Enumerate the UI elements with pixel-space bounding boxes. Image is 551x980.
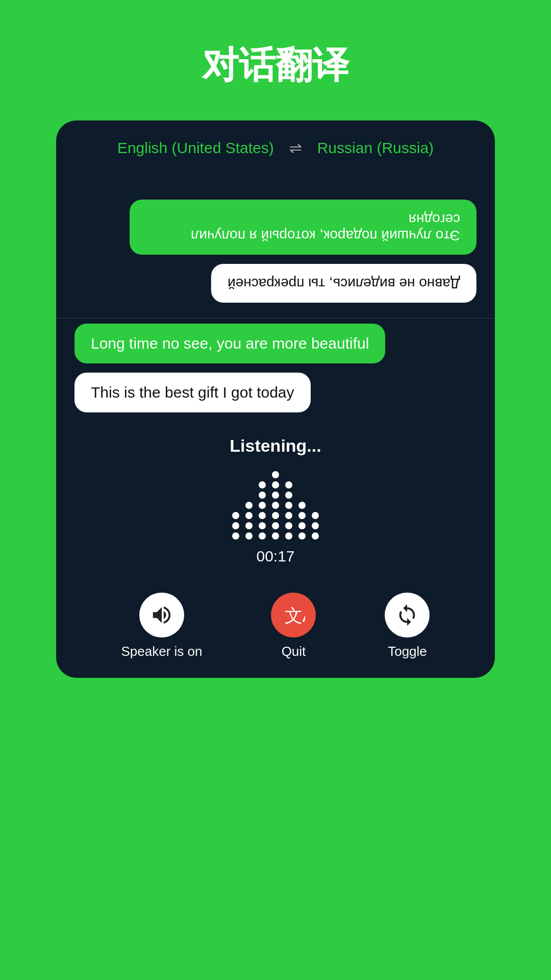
toggle-icon <box>395 603 419 627</box>
speaker-control[interactable]: Speaker is on <box>121 593 203 659</box>
quit-button[interactable]: 文A <box>271 593 316 638</box>
speaker-button[interactable] <box>139 593 184 638</box>
wave-col-2 <box>245 502 253 540</box>
translate-icon: 文A <box>282 603 305 627</box>
message-green: Long time no see, you are more beautiful <box>74 324 385 363</box>
listening-section: Listening... <box>56 426 495 582</box>
message-flipped-white: Давно не виделись, ты прекрасней <box>211 264 477 303</box>
waveform <box>56 468 495 540</box>
toggle-button[interactable] <box>385 593 430 638</box>
bottom-controls: Speaker is on 文A Quit Toggle <box>56 582 495 678</box>
wave-col-5 <box>285 481 292 540</box>
svg-text:文A: 文A <box>285 606 305 625</box>
speaker-label: Speaker is on <box>121 644 203 659</box>
wave-col-1 <box>232 512 239 540</box>
message-flipped-green: Это лучший подарок, который я получил се… <box>130 200 477 255</box>
wave-col-3 <box>259 481 266 540</box>
swap-icon[interactable]: ⇌ <box>289 139 302 157</box>
timer: 00:17 <box>256 548 294 565</box>
quit-label: Quit <box>282 644 306 659</box>
toggle-label: Toggle <box>388 644 427 659</box>
chat-area-top: Это лучший подарок, который я получил се… <box>56 200 495 313</box>
wave-col-6 <box>298 502 306 540</box>
message-white: This is the best gift I got today <box>74 373 311 412</box>
quit-control[interactable]: 文A Quit <box>271 593 316 659</box>
divider <box>56 318 495 318</box>
source-language[interactable]: English (United States) <box>117 139 274 157</box>
speaker-icon <box>150 603 173 627</box>
wave-col-7 <box>312 512 319 540</box>
chat-area-bottom: Long time no see, you are more beautiful… <box>56 324 495 426</box>
wave-col-4 <box>272 471 279 540</box>
language-bar: English (United States) ⇌ Russian (Russi… <box>56 120 495 169</box>
listening-label: Listening... <box>230 436 321 456</box>
app-title: 对话翻译 <box>202 41 349 90</box>
main-card: English (United States) ⇌ Russian (Russi… <box>56 120 495 678</box>
toggle-control[interactable]: Toggle <box>385 593 430 659</box>
target-language[interactable]: Russian (Russia) <box>317 139 434 157</box>
